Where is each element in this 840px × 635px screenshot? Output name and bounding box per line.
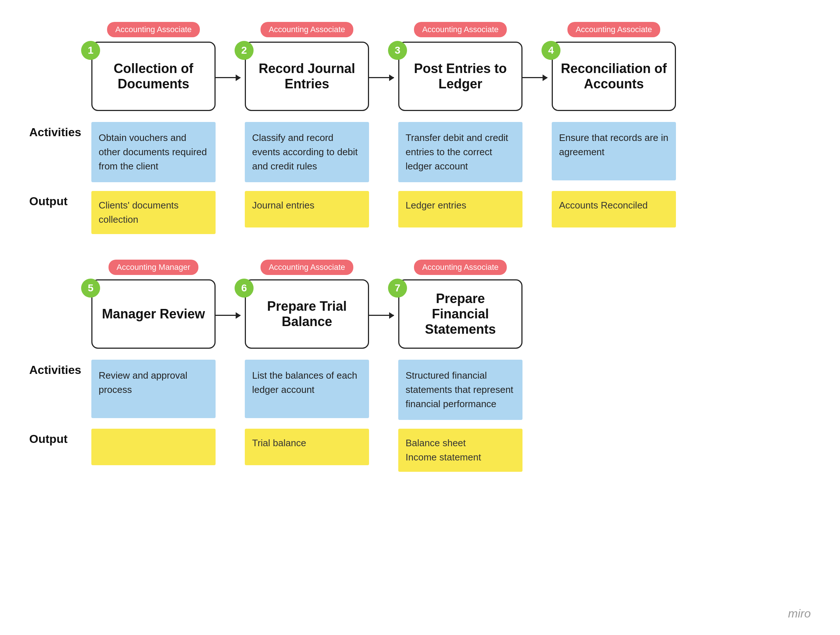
row-group-1: Accounting Associate 1 Collection ofDocu… [29, 22, 811, 234]
activity-box-2: Classify and record events according to … [245, 122, 369, 182]
step-number-4: 4 [542, 41, 561, 60]
step-number-7: 7 [388, 279, 407, 298]
step-5: Accounting Manager 5 Manager Review [92, 260, 216, 349]
arrow-line-3 [523, 77, 547, 78]
spacer-label-1 [29, 22, 88, 33]
row-group-2: Accounting Manager 5 Manager Review Acco… [29, 260, 811, 472]
spacer-label-2 [29, 260, 88, 271]
process-row-1: Accounting Associate 1 Collection ofDocu… [92, 22, 676, 111]
activity-box-5: Review and approval process [92, 360, 216, 418]
activity-box-4: Ensure that records are in agreement [552, 122, 676, 180]
process-box-4: Reconciliation ofAccounts [552, 42, 676, 111]
arrow-1-2 [216, 77, 245, 78]
output-cell-7: Balance sheet Income statement [398, 429, 523, 472]
activity-cell-1: Obtain vouchers and other documents requ… [92, 122, 216, 182]
step-1: Accounting Associate 1 Collection ofDocu… [92, 22, 216, 111]
output-box-2: Journal entries [245, 191, 369, 227]
step-number-6: 6 [235, 279, 254, 298]
main-container: Accounting Associate 1 Collection ofDocu… [0, 0, 840, 494]
output-label-2: Output [29, 429, 88, 446]
output-cell-2: Journal entries [245, 191, 369, 227]
output-cells-2: Trial balance Balance sheet Income state… [92, 429, 523, 472]
activity-box-3: Transfer debit and credit entries to the… [398, 122, 523, 182]
arrow-line-1 [216, 77, 240, 78]
role-badge-3: Accounting Associate [414, 22, 507, 37]
arrowhead-3 [543, 74, 548, 81]
miro-watermark: miro [788, 607, 811, 621]
output-cell-5 [92, 429, 216, 465]
step-2: Accounting Associate 2 Record JournalEnt… [245, 22, 369, 111]
output-label-1: Output [29, 191, 88, 208]
role-badge-7: Accounting Associate [414, 260, 507, 275]
step-4: Accounting Associate 4 Reconciliation of… [552, 22, 676, 111]
activity-cell-5: Review and approval process [92, 360, 216, 418]
activity-box-7: Structured financial statements that rep… [398, 360, 523, 420]
output-box-7: Balance sheet Income statement [398, 429, 523, 472]
arrow-line-5 [216, 315, 240, 316]
output-cell-4: Accounts Reconciled [552, 191, 676, 227]
section-divider [29, 234, 811, 260]
arrow-2-3 [369, 77, 398, 78]
step-6: Accounting Associate 6 Prepare TrialBala… [245, 260, 369, 349]
role-badge-2: Accounting Associate [261, 22, 353, 37]
step-number-1: 1 [81, 41, 100, 60]
step-number-3: 3 [388, 41, 407, 60]
step-3: Accounting Associate 3 Post Entries toLe… [398, 22, 523, 111]
output-cell-1: Clients' documents collection [92, 191, 216, 234]
arrowhead-1 [236, 74, 241, 81]
activities-row-2: Activities Review and approval process L… [29, 360, 811, 420]
process-box-2: Record JournalEntries [245, 42, 369, 111]
arrow-5-6 [216, 315, 245, 316]
output-cell-3: Ledger entries [398, 191, 523, 227]
activities-label-2: Activities [29, 360, 88, 377]
output-box-1: Clients' documents collection [92, 191, 216, 234]
output-row-1: Output Clients' documents collection Jou… [29, 191, 811, 234]
output-row-2: Output Trial balance Balance sheet Incom… [29, 429, 811, 472]
output-box-4: Accounts Reconciled [552, 191, 676, 227]
activity-cell-3: Transfer debit and credit entries to the… [398, 122, 523, 182]
arrow-line-6 [369, 315, 394, 316]
activities-cells-2: Review and approval process List the bal… [92, 360, 523, 420]
activity-cell-6: List the balances of each ledger account [245, 360, 369, 418]
output-cell-6: Trial balance [245, 429, 369, 465]
activity-cell-7: Structured financial statements that rep… [398, 360, 523, 420]
role-badge-4: Accounting Associate [567, 22, 660, 37]
arrow-line-2 [369, 77, 394, 78]
step-number-5: 5 [81, 279, 100, 298]
activity-box-6: List the balances of each ledger account [245, 360, 369, 418]
activities-label-1: Activities [29, 122, 88, 139]
output-box-5 [92, 429, 216, 465]
process-box-3: Post Entries toLedger [398, 42, 523, 111]
activities-row-1: Activities Obtain vouchers and other doc… [29, 122, 811, 182]
activity-cell-2: Classify and record events according to … [245, 122, 369, 182]
output-box-6: Trial balance [245, 429, 369, 465]
step-7: Accounting Associate 7 Prepare Financial… [398, 260, 523, 349]
arrowhead-2 [389, 74, 394, 81]
role-badge-6: Accounting Associate [261, 260, 353, 275]
step-number-2: 2 [235, 41, 254, 60]
activities-cells-1: Obtain vouchers and other documents requ… [92, 122, 676, 182]
activity-cell-4: Ensure that records are in agreement [552, 122, 676, 180]
arrow-6-7 [369, 315, 398, 316]
process-box-5: Manager Review [92, 279, 216, 349]
process-row-2: Accounting Manager 5 Manager Review Acco… [92, 260, 523, 349]
role-badge-1: Accounting Associate [107, 22, 199, 37]
output-box-3: Ledger entries [398, 191, 523, 227]
role-badge-5: Accounting Manager [109, 260, 198, 275]
process-box-6: Prepare TrialBalance [245, 279, 369, 349]
process-section-2: Accounting Manager 5 Manager Review Acco… [29, 260, 811, 349]
arrowhead-6 [389, 312, 394, 319]
activity-box-1: Obtain vouchers and other documents requ… [92, 122, 216, 182]
process-box-1: Collection ofDocuments [92, 42, 216, 111]
process-box-7: Prepare FinancialStatements [398, 279, 523, 349]
arrowhead-5 [236, 312, 241, 319]
arrow-3-4 [523, 77, 552, 78]
output-cells-1: Clients' documents collection Journal en… [92, 191, 676, 234]
